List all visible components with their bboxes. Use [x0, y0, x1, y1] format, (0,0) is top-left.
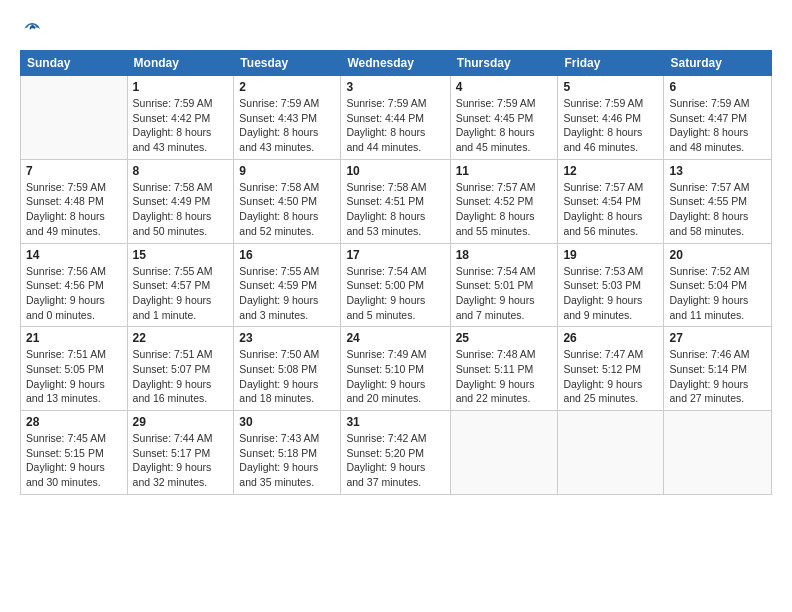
day-info: Sunrise: 7:43 AM Sunset: 5:18 PM Dayligh…: [239, 431, 335, 490]
header-tuesday: Tuesday: [234, 51, 341, 76]
day-info: Sunrise: 7:44 AM Sunset: 5:17 PM Dayligh…: [133, 431, 229, 490]
header: [20, 20, 772, 40]
cell-week2-day0: 7Sunrise: 7:59 AM Sunset: 4:48 PM Daylig…: [21, 159, 128, 243]
day-number: 27: [669, 331, 766, 345]
day-number: 14: [26, 248, 122, 262]
day-info: Sunrise: 7:47 AM Sunset: 5:12 PM Dayligh…: [563, 347, 658, 406]
day-number: 29: [133, 415, 229, 429]
day-info: Sunrise: 7:57 AM Sunset: 4:55 PM Dayligh…: [669, 180, 766, 239]
day-number: 6: [669, 80, 766, 94]
day-number: 2: [239, 80, 335, 94]
day-info: Sunrise: 7:42 AM Sunset: 5:20 PM Dayligh…: [346, 431, 444, 490]
day-info: Sunrise: 7:59 AM Sunset: 4:44 PM Dayligh…: [346, 96, 444, 155]
day-info: Sunrise: 7:45 AM Sunset: 5:15 PM Dayligh…: [26, 431, 122, 490]
day-number: 19: [563, 248, 658, 262]
cell-week1-day2: 2Sunrise: 7:59 AM Sunset: 4:43 PM Daylig…: [234, 76, 341, 160]
day-info: Sunrise: 7:54 AM Sunset: 5:00 PM Dayligh…: [346, 264, 444, 323]
day-info: Sunrise: 7:56 AM Sunset: 4:56 PM Dayligh…: [26, 264, 122, 323]
day-info: Sunrise: 7:59 AM Sunset: 4:43 PM Dayligh…: [239, 96, 335, 155]
day-number: 11: [456, 164, 553, 178]
cell-week1-day4: 4Sunrise: 7:59 AM Sunset: 4:45 PM Daylig…: [450, 76, 558, 160]
day-info: Sunrise: 7:57 AM Sunset: 4:52 PM Dayligh…: [456, 180, 553, 239]
day-info: Sunrise: 7:58 AM Sunset: 4:50 PM Dayligh…: [239, 180, 335, 239]
weekday-header-row: Sunday Monday Tuesday Wednesday Thursday…: [21, 51, 772, 76]
calendar-table: Sunday Monday Tuesday Wednesday Thursday…: [20, 50, 772, 495]
day-info: Sunrise: 7:51 AM Sunset: 5:07 PM Dayligh…: [133, 347, 229, 406]
day-info: Sunrise: 7:59 AM Sunset: 4:45 PM Dayligh…: [456, 96, 553, 155]
day-number: 25: [456, 331, 553, 345]
day-info: Sunrise: 7:46 AM Sunset: 5:14 PM Dayligh…: [669, 347, 766, 406]
day-number: 30: [239, 415, 335, 429]
cell-week5-day1: 29Sunrise: 7:44 AM Sunset: 5:17 PM Dayli…: [127, 411, 234, 495]
header-wednesday: Wednesday: [341, 51, 450, 76]
cell-week3-day0: 14Sunrise: 7:56 AM Sunset: 4:56 PM Dayli…: [21, 243, 128, 327]
cell-week3-day6: 20Sunrise: 7:52 AM Sunset: 5:04 PM Dayli…: [664, 243, 772, 327]
cell-week4-day0: 21Sunrise: 7:51 AM Sunset: 5:05 PM Dayli…: [21, 327, 128, 411]
day-number: 21: [26, 331, 122, 345]
day-number: 18: [456, 248, 553, 262]
day-info: Sunrise: 7:52 AM Sunset: 5:04 PM Dayligh…: [669, 264, 766, 323]
day-number: 22: [133, 331, 229, 345]
cell-week2-day6: 13Sunrise: 7:57 AM Sunset: 4:55 PM Dayli…: [664, 159, 772, 243]
week-row-5: 28Sunrise: 7:45 AM Sunset: 5:15 PM Dayli…: [21, 411, 772, 495]
day-info: Sunrise: 7:58 AM Sunset: 4:49 PM Dayligh…: [133, 180, 229, 239]
day-info: Sunrise: 7:48 AM Sunset: 5:11 PM Dayligh…: [456, 347, 553, 406]
cell-week4-day5: 26Sunrise: 7:47 AM Sunset: 5:12 PM Dayli…: [558, 327, 664, 411]
day-info: Sunrise: 7:50 AM Sunset: 5:08 PM Dayligh…: [239, 347, 335, 406]
week-row-1: 1Sunrise: 7:59 AM Sunset: 4:42 PM Daylig…: [21, 76, 772, 160]
day-info: Sunrise: 7:59 AM Sunset: 4:42 PM Dayligh…: [133, 96, 229, 155]
cell-week1-day5: 5Sunrise: 7:59 AM Sunset: 4:46 PM Daylig…: [558, 76, 664, 160]
cell-week5-day4: [450, 411, 558, 495]
day-number: 4: [456, 80, 553, 94]
day-info: Sunrise: 7:55 AM Sunset: 4:59 PM Dayligh…: [239, 264, 335, 323]
header-sunday: Sunday: [21, 51, 128, 76]
day-info: Sunrise: 7:58 AM Sunset: 4:51 PM Dayligh…: [346, 180, 444, 239]
cell-week5-day3: 31Sunrise: 7:42 AM Sunset: 5:20 PM Dayli…: [341, 411, 450, 495]
day-number: 31: [346, 415, 444, 429]
day-number: 7: [26, 164, 122, 178]
cell-week4-day2: 23Sunrise: 7:50 AM Sunset: 5:08 PM Dayli…: [234, 327, 341, 411]
cell-week3-day2: 16Sunrise: 7:55 AM Sunset: 4:59 PM Dayli…: [234, 243, 341, 327]
cell-week2-day2: 9Sunrise: 7:58 AM Sunset: 4:50 PM Daylig…: [234, 159, 341, 243]
day-number: 28: [26, 415, 122, 429]
day-number: 9: [239, 164, 335, 178]
day-info: Sunrise: 7:51 AM Sunset: 5:05 PM Dayligh…: [26, 347, 122, 406]
day-number: 15: [133, 248, 229, 262]
week-row-3: 14Sunrise: 7:56 AM Sunset: 4:56 PM Dayli…: [21, 243, 772, 327]
cell-week3-day4: 18Sunrise: 7:54 AM Sunset: 5:01 PM Dayli…: [450, 243, 558, 327]
day-number: 10: [346, 164, 444, 178]
day-info: Sunrise: 7:59 AM Sunset: 4:48 PM Dayligh…: [26, 180, 122, 239]
header-friday: Friday: [558, 51, 664, 76]
cell-week1-day0: [21, 76, 128, 160]
day-number: 17: [346, 248, 444, 262]
day-number: 16: [239, 248, 335, 262]
cell-week5-day6: [664, 411, 772, 495]
day-info: Sunrise: 7:49 AM Sunset: 5:10 PM Dayligh…: [346, 347, 444, 406]
header-thursday: Thursday: [450, 51, 558, 76]
cell-week3-day1: 15Sunrise: 7:55 AM Sunset: 4:57 PM Dayli…: [127, 243, 234, 327]
cell-week4-day3: 24Sunrise: 7:49 AM Sunset: 5:10 PM Dayli…: [341, 327, 450, 411]
cell-week2-day5: 12Sunrise: 7:57 AM Sunset: 4:54 PM Dayli…: [558, 159, 664, 243]
day-number: 23: [239, 331, 335, 345]
day-info: Sunrise: 7:57 AM Sunset: 4:54 PM Dayligh…: [563, 180, 658, 239]
day-number: 8: [133, 164, 229, 178]
day-number: 26: [563, 331, 658, 345]
cell-week2-day4: 11Sunrise: 7:57 AM Sunset: 4:52 PM Dayli…: [450, 159, 558, 243]
week-row-2: 7Sunrise: 7:59 AM Sunset: 4:48 PM Daylig…: [21, 159, 772, 243]
day-info: Sunrise: 7:59 AM Sunset: 4:47 PM Dayligh…: [669, 96, 766, 155]
cell-week4-day1: 22Sunrise: 7:51 AM Sunset: 5:07 PM Dayli…: [127, 327, 234, 411]
cell-week5-day2: 30Sunrise: 7:43 AM Sunset: 5:18 PM Dayli…: [234, 411, 341, 495]
day-number: 3: [346, 80, 444, 94]
cell-week4-day6: 27Sunrise: 7:46 AM Sunset: 5:14 PM Dayli…: [664, 327, 772, 411]
cell-week3-day5: 19Sunrise: 7:53 AM Sunset: 5:03 PM Dayli…: [558, 243, 664, 327]
cell-week1-day1: 1Sunrise: 7:59 AM Sunset: 4:42 PM Daylig…: [127, 76, 234, 160]
day-number: 12: [563, 164, 658, 178]
day-info: Sunrise: 7:53 AM Sunset: 5:03 PM Dayligh…: [563, 264, 658, 323]
cell-week5-day5: [558, 411, 664, 495]
cell-week1-day3: 3Sunrise: 7:59 AM Sunset: 4:44 PM Daylig…: [341, 76, 450, 160]
day-info: Sunrise: 7:55 AM Sunset: 4:57 PM Dayligh…: [133, 264, 229, 323]
day-number: 13: [669, 164, 766, 178]
day-number: 20: [669, 248, 766, 262]
day-info: Sunrise: 7:54 AM Sunset: 5:01 PM Dayligh…: [456, 264, 553, 323]
cell-week5-day0: 28Sunrise: 7:45 AM Sunset: 5:15 PM Dayli…: [21, 411, 128, 495]
